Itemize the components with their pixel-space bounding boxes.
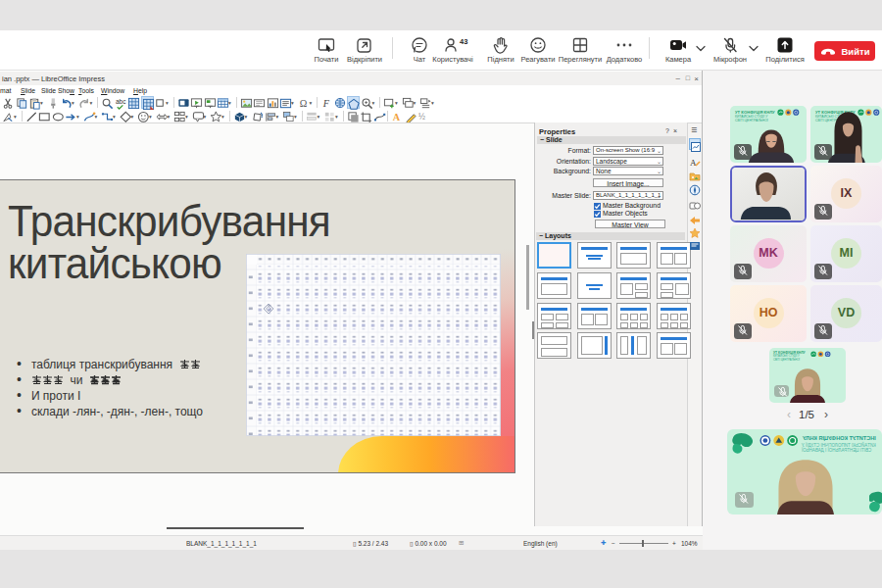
svg-text:abc: abc <box>115 98 125 105</box>
svg-text:Ω: Ω <box>299 98 307 109</box>
svg-text:A: A <box>393 112 401 122</box>
svg-text:½: ½ <box>418 112 425 122</box>
svg-text:F: F <box>322 98 330 109</box>
